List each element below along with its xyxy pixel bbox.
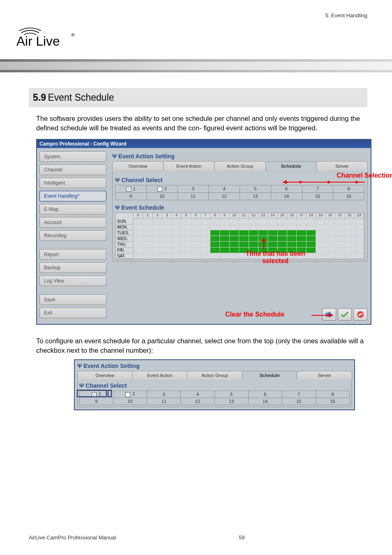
channel-cell-13[interactable]: 13 <box>240 192 271 200</box>
schedule-cell[interactable] <box>220 247 229 253</box>
channel-cell-15[interactable]: 15 <box>302 192 333 200</box>
channel-cell-11[interactable]: 11 <box>147 398 181 405</box>
tab-overview[interactable]: Overview <box>112 161 164 171</box>
schedule-cell[interactable] <box>239 219 249 224</box>
schedule-cell[interactable] <box>182 224 191 230</box>
schedule-cell[interactable] <box>143 219 152 224</box>
schedule-cell[interactable] <box>230 219 239 224</box>
schedule-cell[interactable] <box>355 236 364 242</box>
tab-schedule[interactable]: Schedule <box>242 371 297 379</box>
schedule-cell[interactable] <box>345 219 354 224</box>
channel-cell-16[interactable]: 16 <box>333 192 364 200</box>
schedule-cell[interactable] <box>287 242 297 247</box>
schedule-cell[interactable] <box>326 219 335 224</box>
schedule-cell[interactable] <box>220 224 229 230</box>
schedule-cell[interactable] <box>326 224 335 230</box>
channel-cell-7[interactable]: 7 <box>282 391 316 398</box>
schedule-cell[interactable] <box>335 247 345 253</box>
schedule-cell[interactable] <box>143 224 152 230</box>
schedule-cell[interactable] <box>345 236 354 242</box>
channel-cell-14[interactable]: 14 <box>248 398 282 405</box>
schedule-cell[interactable] <box>249 224 258 230</box>
channel-select-grid[interactable]: 12345678 910111213141516 <box>115 185 364 200</box>
sidebar-item-e-map[interactable]: E-Map <box>39 204 106 215</box>
schedule-cell[interactable] <box>230 253 239 259</box>
schedule-cell[interactable] <box>201 247 210 253</box>
schedule-cell[interactable] <box>172 219 182 224</box>
schedule-cell[interactable] <box>153 242 162 247</box>
schedule-cell[interactable] <box>355 247 364 253</box>
sidebar-item-save[interactable]: Save <box>39 294 106 305</box>
schedule-cell[interactable] <box>172 236 182 242</box>
schedule-cell[interactable] <box>172 230 182 236</box>
schedule-cell[interactable] <box>230 230 239 236</box>
schedule-cell[interactable] <box>220 236 229 242</box>
channel-cell-9[interactable]: 9 <box>80 398 113 405</box>
schedule-cell[interactable] <box>191 242 201 247</box>
schedule-cell[interactable] <box>153 236 162 242</box>
schedule-cell[interactable] <box>278 224 287 230</box>
schedule-cell[interactable] <box>307 236 316 242</box>
schedule-cell[interactable] <box>134 253 143 259</box>
schedule-cell[interactable] <box>191 224 201 230</box>
schedule-cell[interactable] <box>249 230 258 236</box>
schedule-cell[interactable] <box>230 247 239 253</box>
sidebar-item-exit[interactable]: Exit <box>39 308 106 318</box>
schedule-cell[interactable] <box>230 242 239 247</box>
channel-cell-12[interactable]: 12 <box>209 192 240 200</box>
tab-action-group[interactable]: Action Group <box>187 371 242 379</box>
channel-cell-16[interactable]: 16 <box>316 398 349 405</box>
schedule-cell[interactable] <box>287 230 297 236</box>
schedule-cell[interactable] <box>326 242 335 247</box>
sidebar-item-intelligent[interactable]: Intelligent <box>39 178 106 188</box>
schedule-cell[interactable] <box>316 247 325 253</box>
schedule-cell[interactable] <box>134 247 143 253</box>
schedule-cell[interactable] <box>335 253 345 259</box>
schedule-cell[interactable] <box>162 236 172 242</box>
channel-cell-6[interactable]: 6 <box>248 391 282 398</box>
schedule-cell[interactable] <box>143 247 152 253</box>
schedule-cell[interactable] <box>230 236 239 242</box>
schedule-cell[interactable] <box>172 224 182 230</box>
schedule-cell[interactable] <box>162 224 172 230</box>
schedule-cell[interactable] <box>297 219 306 224</box>
schedule-cell[interactable] <box>297 224 306 230</box>
schedule-cell[interactable] <box>316 236 325 242</box>
schedule-cell[interactable] <box>249 242 258 247</box>
schedule-cell[interactable] <box>278 219 287 224</box>
schedule-cell[interactable] <box>297 236 306 242</box>
schedule-cell[interactable] <box>182 236 191 242</box>
tab-server[interactable]: Server <box>297 371 352 379</box>
schedule-cell[interactable] <box>287 219 297 224</box>
sidebar-item-report[interactable]: Report <box>39 249 106 260</box>
tab-event-action[interactable]: Event Action <box>132 371 188 379</box>
schedule-cell[interactable] <box>162 253 172 259</box>
schedule-cell[interactable] <box>201 230 210 236</box>
channel-select-grid-mini[interactable]: 12345678 910111213141516 <box>79 391 350 405</box>
schedule-grid[interactable]: 01234567891011121314151617181920212223 S… <box>115 213 364 259</box>
channel-cell-10[interactable]: 10 <box>113 398 147 405</box>
tab-overview[interactable]: Overview <box>77 371 133 379</box>
schedule-cell[interactable] <box>153 230 162 236</box>
schedule-cell[interactable] <box>287 236 297 242</box>
channel-cell-5[interactable]: 5 <box>240 185 271 192</box>
sidebar-item-event-handling-[interactable]: Event Handling* <box>39 191 106 201</box>
schedule-cell[interactable] <box>316 253 325 259</box>
schedule-cell[interactable] <box>210 242 220 247</box>
schedule-cell[interactable] <box>153 253 162 259</box>
channel-cell-4[interactable]: 4 <box>181 391 214 398</box>
schedule-cell[interactable] <box>316 224 325 230</box>
schedule-cell[interactable] <box>345 242 354 247</box>
schedule-cell[interactable] <box>134 224 143 230</box>
schedule-cell[interactable] <box>307 242 316 247</box>
schedule-cell[interactable] <box>162 242 172 247</box>
schedule-cell[interactable] <box>162 230 172 236</box>
schedule-cell[interactable] <box>143 253 152 259</box>
schedule-cell[interactable] <box>201 236 210 242</box>
channel-cell-10[interactable]: 10 <box>146 192 178 200</box>
schedule-cell[interactable] <box>201 253 210 259</box>
schedule-cell[interactable] <box>326 247 335 253</box>
schedule-cell[interactable] <box>268 219 277 224</box>
schedule-cell[interactable] <box>307 219 316 224</box>
channel-cell-4[interactable]: 4 <box>209 185 240 192</box>
